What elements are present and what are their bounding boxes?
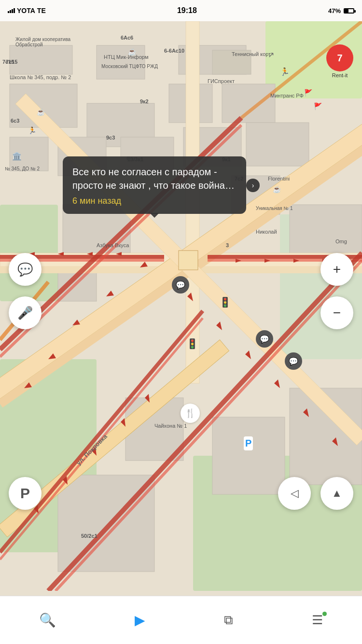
traffic-light-1: 🚦 [219,296,231,308]
coffee-icon-1: ☕ [37,108,45,116]
svg-rect-6 [10,45,72,74]
battery-icon [344,8,354,14]
search-nav-icon: 🔍 [39,612,56,628]
navigate-nav-icon: ▶ [135,612,145,628]
green-dot [322,612,327,616]
compass-button[interactable]: ◁ [278,477,311,510]
menu-nav-icon: ☰ [312,613,323,628]
nav-search[interactable]: 🔍 [29,608,66,632]
sports-icon-2: 🏃 [28,126,36,134]
road-svg [0,21,362,591]
svg-rect-7 [97,45,145,79]
zoom-in-button[interactable]: + [320,253,353,286]
map-chat-bubble-2[interactable]: 💬 [256,330,273,348]
svg-rect-9 [212,50,251,74]
microphone-icon: 🎤 [17,306,33,321]
microphone-button[interactable]: 🎤 [9,296,42,329]
coffee-icon-3: ☕ [273,185,281,193]
traffic-light-2: 🚦 [186,338,198,350]
transit-icon: P [244,436,253,450]
restaurant-poi[interactable]: 🍴 [181,404,200,423]
location-button[interactable]: ▲ [320,477,353,510]
flag-icon-1: 🚩 [304,89,312,97]
status-bar: YOTA TE 19:18 47% [0,0,362,21]
rent-badge-count: 7 [337,53,342,64]
parking-icon: P [20,485,30,502]
chat-icon: 💬 [17,262,33,277]
status-left: YOTA TE [8,7,46,14]
time-label: 19:18 [177,6,197,15]
bottom-nav: 🔍 ▶ ⧉ ☰ [0,596,362,644]
parking-button[interactable]: P [9,477,42,510]
svg-rect-18 [246,123,309,166]
nav-navigate[interactable]: ▶ [125,608,155,632]
popup-time: 6 мин назад [72,196,237,206]
svg-rect-70 [179,251,198,270]
map-chat-bubble-1[interactable]: 💬 [172,276,189,294]
rent-it-label: Rent-it [332,72,348,78]
carrier-label: YOTA [17,7,35,14]
popup-next-arrow[interactable]: › [246,179,260,192]
nav-bookmarks[interactable]: ⧉ [214,609,243,631]
flag-icon-2: 🚩 [314,102,322,110]
zoom-out-icon: − [333,305,341,321]
rent-it-button[interactable]: 7 Rent-it [326,44,353,78]
zoom-in-icon: + [333,262,341,277]
map-background[interactable]: 7 Rent-it Все кто не согласен с парадом … [0,21,362,591]
rent-it-badge[interactable]: 7 [326,44,353,71]
status-right: 47% [328,7,354,14]
svg-rect-24 [212,417,285,494]
chat-popup[interactable]: Все кто не согласен с парадом - просто н… [63,156,246,214]
carrier2-label: TE [37,7,46,14]
map-chat-bubble-3[interactable]: 💬 [285,352,302,370]
popup-text: Все кто не согласен с парадом - просто н… [72,165,237,192]
battery-fill [345,9,348,13]
zoom-out-button[interactable]: − [320,296,353,329]
store-icon: 🏛️ [12,152,22,161]
nav-menu[interactable]: ☰ [302,609,333,631]
nav-icon-map: ↗ [268,50,274,59]
svg-rect-12 [222,84,275,123]
sports-icon: 🏃 [280,67,290,76]
signal-bars [8,8,15,13]
bookmarks-nav-icon: ⧉ [224,613,233,628]
compass-icon: ◁ [291,487,299,500]
chat-button[interactable]: 💬 [9,253,42,286]
battery-percent: 47% [328,7,341,14]
coffee-icon-2: ☕ [128,48,136,56]
location-arrow-icon: ▲ [332,487,342,500]
